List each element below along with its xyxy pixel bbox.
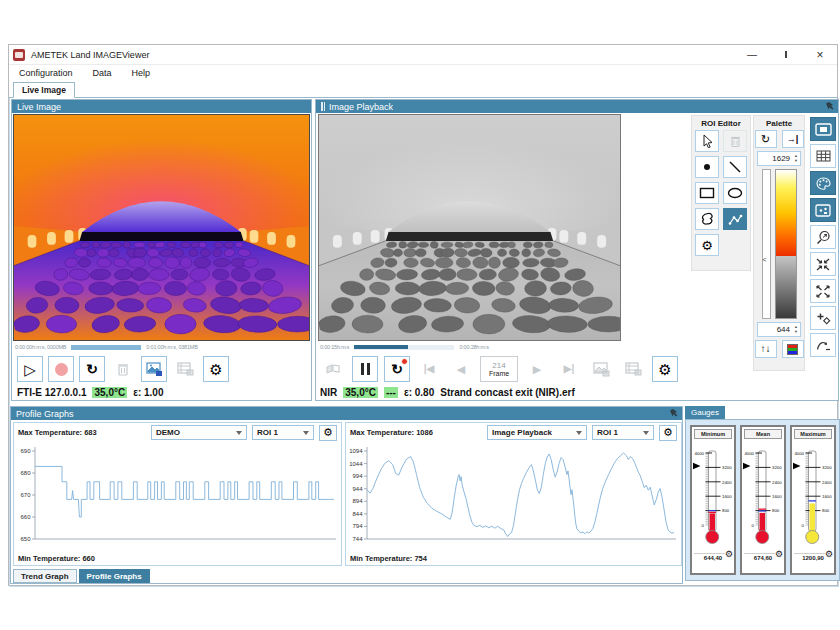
right-chart-settings-button[interactable]: ⚙ (659, 425, 677, 441)
gauge-maximum-settings-button[interactable]: ⚙ (825, 550, 833, 559)
point-tool-button[interactable] (695, 156, 719, 178)
step-back-button[interactable]: ◀ (448, 356, 474, 382)
polyline-tool-button[interactable] (723, 208, 747, 230)
collapse-view-button[interactable] (810, 252, 836, 276)
replay-button[interactable]: ↻ (79, 356, 105, 382)
play-button[interactable]: ▷ (17, 356, 43, 382)
add-marker-button[interactable] (810, 306, 836, 330)
dropdown-caret-icon (643, 431, 649, 435)
live-thermal-image[interactable] (13, 114, 310, 341)
playback-export-image-button[interactable] (588, 356, 614, 382)
playback-export-video-button[interactable] (620, 356, 646, 382)
roi-overlay-button[interactable] (810, 198, 836, 222)
roi-settings-button[interactable]: ⚙ (695, 234, 719, 256)
dropdown-caret-icon (236, 431, 242, 435)
delete-roi-button[interactable] (723, 130, 747, 152)
pause-button[interactable] (352, 356, 378, 382)
step-forward-button[interactable]: ▶ (524, 356, 550, 382)
live-status-row: FTI-E 127.0.0.1 35,0°C ε: 1.00 (17, 387, 164, 398)
svg-text:800: 800 (772, 508, 780, 513)
gauge-card-mean: Mean 80016002400320040000 ⚙ 674,60 (740, 425, 786, 575)
tab-profile-graphs[interactable]: Profile Graphs (79, 569, 150, 583)
playback-replay-button[interactable]: ↻ (384, 356, 410, 382)
invert-palette-button[interactable]: ↑↓ (755, 340, 777, 358)
frame-number-box[interactable]: 214 Frame (480, 356, 518, 382)
rgb-palette-button[interactable] (782, 340, 804, 358)
left-min-temperature-label: Min Temperature: 660 (18, 554, 95, 563)
playback-grayscale-image[interactable] (318, 114, 621, 341)
menu-item-configuration[interactable]: Configuration (9, 65, 83, 81)
step-back-icon: ◀ (457, 364, 465, 375)
left-roi-dropdown[interactable]: ROI 1 (252, 425, 314, 440)
line-tool-button[interactable] (723, 156, 747, 178)
freeform-icon (700, 212, 715, 226)
playback-progress-bar[interactable] (354, 345, 454, 350)
flip-image-button[interactable] (320, 356, 346, 382)
right-roi-dropdown[interactable]: ROI 1 (592, 425, 654, 440)
view-tool-column (810, 117, 836, 357)
skip-end-icon: ▶| (564, 364, 575, 374)
close-button[interactable]: × (813, 48, 827, 62)
zoom-tool-button[interactable] (810, 225, 836, 249)
splitter-handle[interactable] (321, 102, 325, 111)
palette-min-spinbox[interactable]: 644 ▲▼ (757, 322, 801, 337)
left-chart-gear-icon: ⚙ (323, 426, 333, 439)
delete-recording-button[interactable] (110, 356, 136, 382)
left-source-dropdown[interactable]: DEMO (151, 425, 247, 440)
svg-text:1600: 1600 (772, 494, 782, 499)
add-marker-icon (816, 312, 831, 325)
export-video-button[interactable] (172, 356, 198, 382)
reset-palette-button[interactable]: ↻ (755, 130, 777, 148)
restore-button[interactable] (779, 48, 793, 62)
palette-slider-track[interactable]: < (762, 169, 771, 319)
skip-end-button[interactable]: ▶| (556, 356, 582, 382)
ellipse-tool-button[interactable] (723, 182, 747, 204)
gauge-maximum-thermometer: 80016002400320040000 (792, 441, 834, 553)
menu-item-data[interactable]: Data (83, 65, 122, 81)
palette-max-spinbox[interactable]: 1629 ▲▼ (757, 151, 801, 166)
menu-item-help[interactable]: Help (122, 65, 161, 81)
image-playback-panel: Image Playback 0:00:15h:m:s 0:00:28h:m:s… (315, 99, 839, 401)
svg-text:2400: 2400 (722, 480, 732, 485)
profile-chart-left[interactable]: 650660670680690 (15, 443, 340, 551)
skip-start-button[interactable]: |◀ (416, 356, 442, 382)
right-source-dropdown[interactable]: Image Playback (487, 425, 587, 440)
playback-settings-button[interactable]: ⚙ (652, 356, 678, 382)
minimize-button[interactable]: — (745, 48, 759, 62)
svg-text:794: 794 (352, 523, 363, 529)
palette-gradient-gray (776, 256, 796, 318)
record-button[interactable] (48, 356, 74, 382)
tab-live-image[interactable]: Live Image (13, 82, 75, 98)
expand-view-button[interactable] (810, 279, 836, 303)
gauge-mean-settings-button[interactable]: ⚙ (775, 550, 783, 559)
playback-loop-icon: ↻ (391, 362, 403, 376)
profile-pin-icon[interactable] (669, 409, 678, 418)
gauge-minimum-settings-button[interactable]: ⚙ (725, 550, 733, 559)
tab-trend-graph[interactable]: Trend Graph (13, 569, 77, 583)
gauge-mean-label: Mean (744, 429, 782, 439)
select-tool-button[interactable] (695, 130, 719, 152)
palette-toggle-button[interactable] (810, 171, 836, 195)
record-timeline: 0:00:00h:m:s, 0000MB 0:01:00h:m:s, 0381M… (15, 344, 309, 350)
pin-icon[interactable] (825, 102, 834, 111)
svg-text:1044: 1044 (349, 461, 363, 467)
svg-text:0: 0 (802, 523, 805, 528)
right-max-temperature-label: Max Temperature: 1086 (350, 428, 433, 437)
expand-arrows-icon (816, 285, 830, 298)
playback-time-start: 0:00:15h:m:s (320, 344, 349, 350)
export-image-button[interactable] (141, 356, 167, 382)
grid-view-button[interactable] (810, 144, 836, 168)
svg-text:1600: 1600 (822, 494, 832, 499)
freeform-tool-button[interactable] (695, 208, 719, 230)
left-chart-settings-button[interactable]: ⚙ (319, 425, 337, 441)
roi-gear-icon: ⚙ (701, 239, 713, 252)
live-settings-button[interactable]: ⚙ (203, 356, 229, 382)
histogram-curve-button[interactable] (810, 333, 836, 357)
rectangle-tool-button[interactable] (695, 182, 719, 204)
frame-label: Frame (489, 370, 509, 377)
gauges-tab[interactable]: Gauges (685, 406, 725, 419)
profile-chart-right[interactable]: 74479484489494499410441094 (347, 443, 680, 551)
view-display-button[interactable] (810, 117, 836, 141)
right-roi-value: ROI 1 (597, 428, 618, 437)
autoscale-button[interactable]: →| (782, 130, 804, 148)
